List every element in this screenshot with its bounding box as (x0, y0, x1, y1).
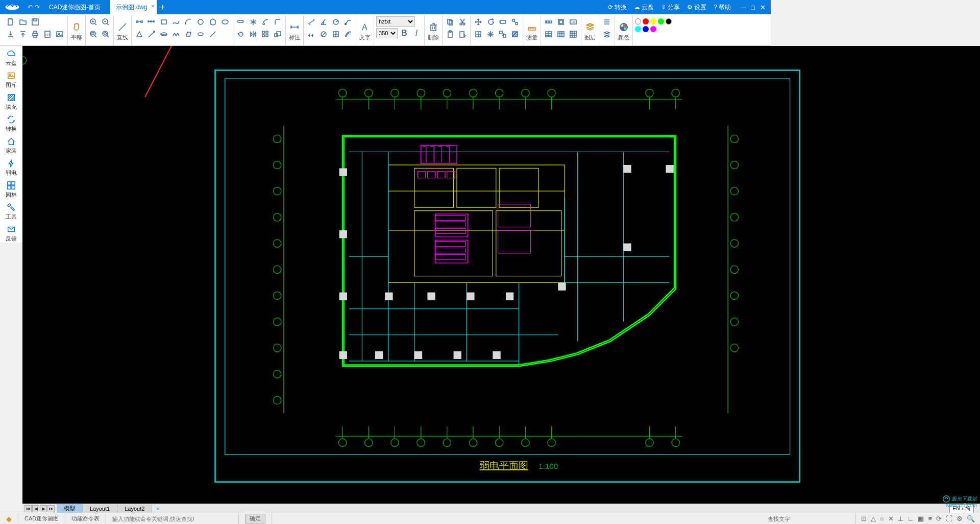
calc-icon[interactable] (555, 29, 567, 40)
print-icon[interactable] (30, 29, 41, 40)
image-icon[interactable] (54, 29, 65, 40)
font-size-select[interactable]: 350 (376, 28, 398, 38)
window-close-icon[interactable]: ✕ (760, 4, 766, 11)
group-line[interactable]: 直线 (114, 15, 132, 45)
dim-linear-icon[interactable] (306, 16, 317, 28)
sidebar-item-convert[interactable]: 转换 (6, 115, 17, 133)
dim-arc-icon[interactable] (342, 29, 354, 40)
swatch-yellow[interactable] (650, 18, 656, 25)
layer-stack-icon[interactable] (601, 29, 612, 40)
color-wheel-icon[interactable] (617, 20, 630, 34)
parallelogram-icon[interactable] (183, 29, 194, 40)
group-layer[interactable]: 图层 (581, 15, 599, 45)
menu-convert[interactable]: ⟳转换 (608, 3, 627, 12)
redo-icon[interactable]: ↷ (35, 4, 40, 11)
menu-settings[interactable]: ⚙设置 (687, 3, 706, 12)
drawing-canvas[interactable]: 弱电平面图 1:100 (22, 46, 771, 413)
import-icon[interactable] (5, 29, 16, 40)
pan-hand-icon[interactable] (70, 20, 83, 34)
sidebar-item-cloud[interactable]: 云盘 (6, 49, 17, 67)
table-icon[interactable] (543, 29, 554, 40)
swatch-green[interactable] (658, 18, 664, 25)
rotate2-icon[interactable] (485, 16, 496, 28)
scale-icon[interactable] (272, 29, 283, 40)
measure-dist-icon[interactable] (543, 16, 554, 28)
ray-icon[interactable] (146, 29, 157, 40)
sidebar-item-landscape[interactable]: 园林 (6, 181, 17, 199)
arc-icon[interactable] (183, 16, 194, 28)
sidebar-item-library[interactable]: 图库 (6, 71, 17, 89)
group-color[interactable]: 颜色 (615, 15, 633, 45)
swatch-red[interactable] (643, 18, 649, 25)
swatch-blue[interactable] (643, 26, 649, 32)
xline-icon[interactable] (158, 29, 169, 40)
group-measure[interactable]: 测量 (523, 15, 541, 45)
font-select[interactable]: hztxt (376, 16, 415, 27)
rect-icon[interactable] (158, 16, 169, 28)
dim-radius-icon[interactable] (330, 16, 341, 28)
tab-home[interactable]: CAD迷你画图-首页 (43, 0, 110, 14)
pdf-icon[interactable]: PDF (42, 29, 53, 40)
sidebar-item-tools[interactable]: 工具 (6, 203, 17, 221)
diagline-icon[interactable] (207, 29, 218, 40)
measure-area-icon[interactable] (555, 16, 567, 28)
group-text[interactable]: A 文字 (356, 15, 374, 45)
dim-diameter-icon[interactable] (318, 29, 329, 40)
text-icon[interactable]: A (358, 20, 372, 34)
dim-angular-icon[interactable] (318, 16, 329, 28)
dimension-icon[interactable] (288, 20, 301, 34)
layer-icon[interactable] (583, 20, 597, 34)
menu-help[interactable]: ?帮助 (714, 3, 731, 12)
move-icon[interactable] (473, 16, 484, 28)
grid-icon[interactable] (568, 29, 579, 40)
window-minimize-icon[interactable]: — (739, 4, 746, 11)
measure-icon[interactable] (525, 20, 538, 34)
ellipse2-icon[interactable] (195, 29, 206, 40)
explode-icon[interactable] (485, 29, 496, 40)
save-file-icon[interactable] (30, 16, 41, 28)
measure-count-icon[interactable]: 123 (568, 16, 579, 28)
sidebar-item-home[interactable]: 家装 (6, 137, 17, 155)
spline-icon[interactable] (170, 16, 182, 28)
block-icon[interactable] (473, 29, 484, 40)
ellipse-draw-icon[interactable] (219, 16, 231, 28)
align-icon[interactable] (509, 16, 521, 28)
menu-share[interactable]: ⇪分享 (661, 3, 680, 12)
group-dimension[interactable]: 标注 (286, 15, 304, 45)
delete-icon[interactable] (427, 20, 440, 34)
circle-icon[interactable] (195, 16, 206, 28)
dim-ordinate-icon[interactable] (330, 29, 341, 40)
tab-document[interactable]: 示例图.dwg × (110, 0, 156, 14)
layer-list-icon[interactable] (601, 16, 612, 28)
italic-button[interactable]: I (411, 28, 422, 39)
dim-continue-icon[interactable] (306, 29, 317, 40)
swatch-cyan[interactable] (635, 26, 641, 32)
undo-icon[interactable]: ↶ (28, 4, 33, 11)
trim-icon[interactable] (248, 16, 259, 28)
swatch-magenta[interactable] (650, 26, 656, 32)
hatch-icon[interactable] (509, 29, 521, 40)
dim-leader-icon[interactable] (342, 16, 354, 28)
new-file-icon[interactable] (5, 16, 16, 28)
bold-button[interactable]: B (399, 28, 410, 39)
menu-cloud[interactable]: ☁云盘 (634, 3, 654, 12)
array-icon[interactable] (260, 29, 271, 40)
zoom-in-icon[interactable] (88, 16, 99, 28)
line-icon[interactable] (116, 20, 129, 34)
sidebar-item-feedback[interactable]: 反馈 (6, 225, 17, 243)
copy-icon[interactable] (445, 16, 456, 28)
zoom-window-icon[interactable] (100, 29, 111, 40)
tab-add[interactable]: + (157, 0, 169, 14)
triangle-icon[interactable] (134, 29, 145, 40)
tab-close-icon[interactable]: × (151, 3, 154, 9)
zoom-out-icon[interactable] (100, 16, 111, 28)
swatch-white[interactable] (635, 18, 641, 25)
mirror-icon[interactable] (248, 29, 259, 40)
extend-icon[interactable] (260, 16, 271, 28)
polyline-multi-icon[interactable] (146, 16, 157, 28)
sidebar-item-electrical[interactable]: 弱电 (6, 159, 17, 177)
sidebar-item-hatch[interactable]: 填充 (6, 93, 17, 111)
offset-icon[interactable] (235, 16, 247, 28)
open-file-icon[interactable] (17, 16, 29, 28)
group-pan[interactable]: 平移 (68, 15, 86, 45)
